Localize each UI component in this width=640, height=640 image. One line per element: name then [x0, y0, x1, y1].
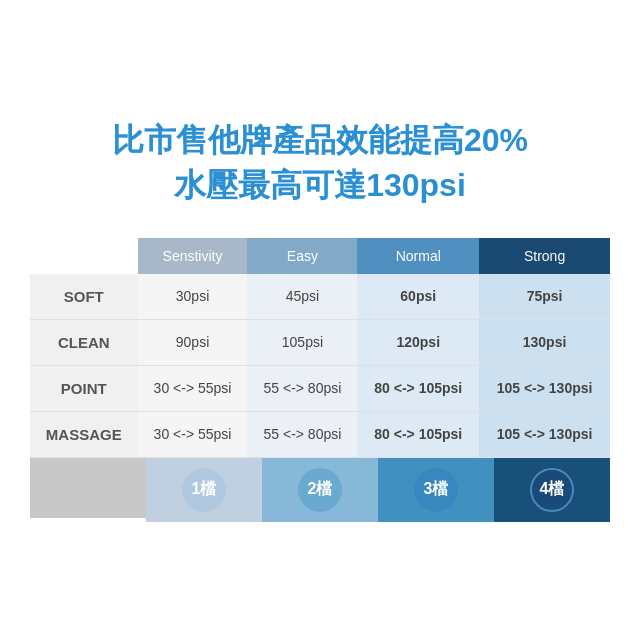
comparison-table: Senstivity Easy Normal Strong SOFT30psi4…	[30, 238, 610, 522]
row-label-massage: MASSAGE	[30, 411, 138, 457]
table-header-row: Senstivity Easy Normal Strong	[30, 238, 610, 274]
badge-cell-4: 4檔	[494, 458, 610, 522]
badge-cell-1: 1檔	[146, 458, 262, 522]
header-senstivity: Senstivity	[138, 238, 248, 274]
badge-cell-2: 2檔	[262, 458, 378, 522]
footer-spacer-cell: 1檔 2檔 3檔 4檔	[30, 457, 610, 522]
header-strong: Strong	[479, 238, 610, 274]
table-footer-row: 1檔 2檔 3檔 4檔	[30, 457, 610, 522]
row-clean-col2: 105psi	[247, 319, 357, 365]
row-massage-col3: 80 <-> 105psi	[357, 411, 479, 457]
comparison-table-wrapper: Senstivity Easy Normal Strong SOFT30psi4…	[30, 238, 610, 522]
title-line2: 水壓最高可達130psi	[112, 163, 528, 208]
table-row: SOFT30psi45psi60psi75psi	[30, 274, 610, 320]
row-label-point: POINT	[30, 365, 138, 411]
row-soft-col4: 75psi	[479, 274, 610, 320]
badge-cell-3: 3檔	[378, 458, 494, 522]
row-point-col4: 105 <-> 130psi	[479, 365, 610, 411]
row-clean-col1: 90psi	[138, 319, 248, 365]
badge-1: 1檔	[182, 468, 226, 512]
header-empty	[30, 238, 138, 274]
row-label-soft: SOFT	[30, 274, 138, 320]
table-row: POINT30 <-> 55psi55 <-> 80psi80 <-> 105p…	[30, 365, 610, 411]
row-soft-col2: 45psi	[247, 274, 357, 320]
row-point-col3: 80 <-> 105psi	[357, 365, 479, 411]
table-row: MASSAGE30 <-> 55psi55 <-> 80psi80 <-> 10…	[30, 411, 610, 457]
header-easy: Easy	[247, 238, 357, 274]
badge-2: 2檔	[298, 468, 342, 512]
badge-4: 4檔	[530, 468, 574, 512]
badge-3: 3檔	[414, 468, 458, 512]
title-section: 比市售他牌產品效能提高20% 水壓最高可達130psi	[112, 118, 528, 208]
footer-spacer	[30, 458, 146, 518]
row-soft-col3: 60psi	[357, 274, 479, 320]
row-clean-col4: 130psi	[479, 319, 610, 365]
row-massage-col4: 105 <-> 130psi	[479, 411, 610, 457]
row-label-clean: CLEAN	[30, 319, 138, 365]
row-clean-col3: 120psi	[357, 319, 479, 365]
header-normal: Normal	[357, 238, 479, 274]
row-point-col1: 30 <-> 55psi	[138, 365, 248, 411]
row-massage-col1: 30 <-> 55psi	[138, 411, 248, 457]
row-massage-col2: 55 <-> 80psi	[247, 411, 357, 457]
title-line1: 比市售他牌產品效能提高20%	[112, 118, 528, 163]
row-point-col2: 55 <-> 80psi	[247, 365, 357, 411]
table-row: CLEAN90psi105psi120psi130psi	[30, 319, 610, 365]
row-soft-col1: 30psi	[138, 274, 248, 320]
